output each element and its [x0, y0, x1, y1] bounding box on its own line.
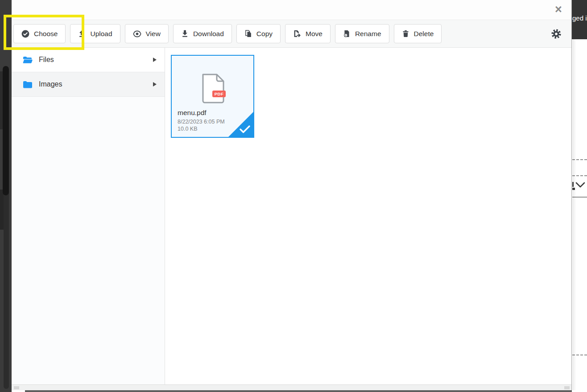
download-icon	[181, 30, 189, 37]
button-label: View	[146, 30, 161, 38]
background-scrollbar-thumb[interactable]	[3, 66, 9, 195]
file-size: 10.0 KB	[178, 126, 197, 132]
background-bottom-edge	[25, 390, 572, 392]
button-label: Rename	[355, 30, 381, 38]
background-header-text: ged i	[572, 14, 587, 22]
view-button[interactable]: View	[125, 24, 169, 43]
button-label: Download	[193, 30, 224, 38]
rename-icon	[343, 30, 351, 37]
file-tile-menu-pdf[interactable]: PDF menu.pdf 8/22/2023 6:05 PM 10.0 KB	[171, 55, 254, 138]
sidebar-item-files[interactable]: Files	[12, 48, 165, 72]
sidebar-item-label: Images	[39, 80, 62, 88]
move-button[interactable]: Move	[285, 24, 331, 43]
file-name: menu.pdf	[178, 109, 207, 117]
selected-check-icon	[239, 125, 251, 133]
delete-button[interactable]: Delete	[394, 24, 442, 43]
background-header-bar: ged i	[572, 0, 587, 39]
download-button[interactable]: Download	[173, 24, 232, 43]
upload-icon	[78, 30, 86, 37]
screen: ged i × Choose	[0, 0, 587, 392]
button-label: Upload	[90, 30, 112, 38]
scrollbar-thumb[interactable]	[564, 386, 570, 389]
choose-button[interactable]: Choose	[13, 24, 66, 43]
folder-open-icon	[22, 56, 33, 64]
file-list-area: PDF menu.pdf 8/22/2023 6:05 PM 10.0 KB	[165, 48, 571, 384]
chevron-down-icon[interactable]	[575, 181, 586, 189]
file-date: 8/22/2023 6:05 PM	[178, 119, 225, 125]
button-label: Copy	[256, 30, 273, 38]
sidebar-item-label: Files	[39, 56, 54, 64]
trash-icon	[402, 30, 409, 37]
pdf-badge: PDF	[212, 91, 226, 97]
button-label: Delete	[414, 30, 434, 38]
file-manager-toolbar: Choose Upload View	[12, 20, 571, 48]
file-manager-dialog: × Choose Upload	[12, 0, 572, 390]
dialog-header: ×	[12, 0, 571, 20]
close-icon[interactable]: ×	[550, 1, 567, 18]
check-circle-icon	[21, 30, 29, 38]
move-icon	[293, 30, 301, 37]
copy-icon	[244, 30, 252, 37]
modal-drop-shadow	[572, 39, 576, 390]
upload-button[interactable]: Upload	[70, 24, 120, 43]
folder-icon	[22, 80, 33, 89]
folder-tree-sidebar: Files Images	[12, 48, 165, 384]
button-label: Move	[306, 30, 322, 38]
gear-icon[interactable]	[551, 29, 562, 39]
background-left-panel	[0, 0, 12, 392]
eye-icon	[133, 30, 141, 37]
sidebar-item-images[interactable]: Images	[12, 72, 165, 97]
button-label: Choose	[34, 30, 58, 38]
scrollbar-thumb[interactable]	[14, 386, 19, 389]
file-manager-body: Files Images PDF	[12, 48, 571, 384]
horizontal-scrollbar[interactable]	[12, 384, 571, 390]
expand-arrow-icon[interactable]	[153, 82, 157, 87]
copy-button[interactable]: Copy	[236, 24, 281, 43]
expand-arrow-icon[interactable]	[153, 58, 157, 62]
rename-button[interactable]: Rename	[335, 24, 389, 43]
pdf-file-icon	[200, 74, 226, 103]
